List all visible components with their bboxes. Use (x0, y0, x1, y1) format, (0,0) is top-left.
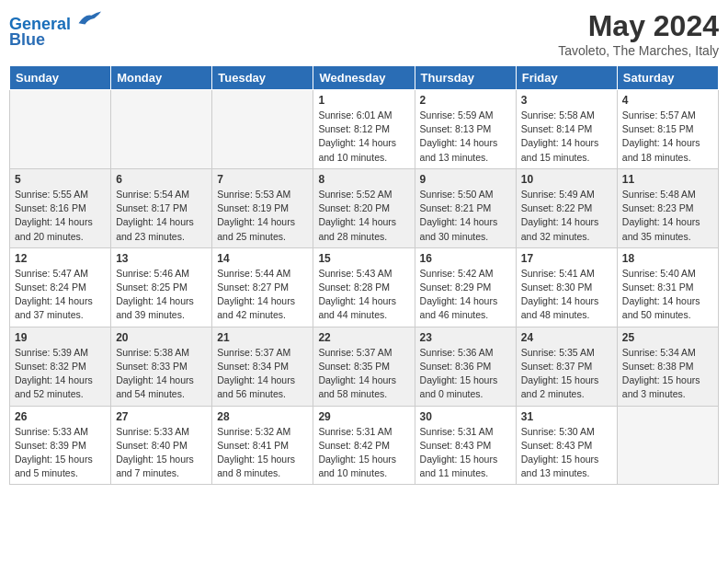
calendar-cell: 5Sunrise: 5:55 AMSunset: 8:16 PMDaylight… (10, 168, 111, 247)
sunset-text: Sunset: 8:17 PM (116, 201, 207, 215)
sunset-text: Sunset: 8:31 PM (622, 281, 713, 294)
day-info: Sunrise: 5:58 AMSunset: 8:14 PMDaylight:… (521, 109, 612, 165)
sunrise-text: Sunrise: 5:52 AM (318, 188, 409, 201)
sunrise-text: Sunrise: 5:30 AM (521, 425, 612, 439)
day-info: Sunrise: 5:31 AMSunset: 8:42 PMDaylight:… (318, 425, 409, 481)
weekday-header-tuesday: Tuesday (212, 66, 313, 90)
day-number: 21 (217, 331, 308, 344)
daylight-text: Daylight: 14 hours and 52 minutes. (15, 373, 106, 401)
day-number: 19 (15, 331, 106, 344)
daylight-text: Daylight: 14 hours and 35 minutes. (622, 215, 713, 243)
sunrise-text: Sunrise: 5:40 AM (622, 267, 713, 281)
daylight-text: Daylight: 14 hours and 44 minutes. (318, 294, 409, 322)
sunset-text: Sunset: 8:43 PM (521, 439, 612, 453)
sunset-text: Sunset: 8:13 PM (420, 122, 511, 136)
sunrise-text: Sunrise: 5:32 AM (217, 425, 308, 439)
day-number: 16 (420, 252, 511, 265)
day-number: 1 (318, 94, 409, 107)
calendar-cell: 24Sunrise: 5:35 AMSunset: 8:37 PMDayligh… (516, 327, 617, 406)
month-title: May 2024 (558, 9, 719, 43)
calendar-cell: 9Sunrise: 5:50 AMSunset: 8:21 PMDaylight… (415, 168, 516, 247)
daylight-text: Daylight: 14 hours and 32 minutes. (521, 215, 612, 243)
sunrise-text: Sunrise: 5:48 AM (622, 188, 713, 201)
sunrise-text: Sunrise: 6:01 AM (318, 109, 409, 122)
day-info: Sunrise: 5:42 AMSunset: 8:29 PMDaylight:… (420, 267, 511, 323)
day-number: 14 (217, 252, 308, 265)
weekday-header-thursday: Thursday (415, 66, 516, 90)
day-number: 29 (318, 410, 409, 423)
daylight-text: Daylight: 15 hours and 11 minutes. (420, 453, 511, 480)
daylight-text: Daylight: 14 hours and 37 minutes. (15, 294, 106, 322)
day-number: 6 (116, 173, 207, 186)
sunset-text: Sunset: 8:28 PM (318, 281, 409, 294)
day-info: Sunrise: 5:37 AMSunset: 8:34 PMDaylight:… (217, 346, 308, 402)
calendar-cell: 20Sunrise: 5:38 AMSunset: 8:33 PMDayligh… (111, 327, 212, 406)
sunrise-text: Sunrise: 5:50 AM (420, 188, 511, 201)
day-info: Sunrise: 5:39 AMSunset: 8:32 PMDaylight:… (15, 346, 106, 402)
daylight-text: Daylight: 14 hours and 50 minutes. (622, 294, 713, 322)
sunrise-text: Sunrise: 5:33 AM (116, 425, 207, 439)
sunset-text: Sunset: 8:14 PM (521, 122, 612, 136)
logo: General Blue (9, 9, 101, 50)
page-header: General Blue May 2024 Tavoleto, The Marc… (9, 9, 719, 58)
daylight-text: Daylight: 14 hours and 15 minutes. (521, 136, 612, 164)
calendar-cell: 6Sunrise: 5:54 AMSunset: 8:17 PMDaylight… (111, 168, 212, 247)
day-number: 26 (15, 410, 106, 423)
day-info: Sunrise: 5:52 AMSunset: 8:20 PMDaylight:… (318, 188, 409, 244)
daylight-text: Daylight: 14 hours and 48 minutes. (521, 294, 612, 322)
sunrise-text: Sunrise: 5:31 AM (420, 425, 511, 439)
sunrise-text: Sunrise: 5:47 AM (15, 267, 106, 281)
calendar-cell: 22Sunrise: 5:37 AMSunset: 8:35 PMDayligh… (313, 327, 415, 406)
calendar-week-row: 19Sunrise: 5:39 AMSunset: 8:32 PMDayligh… (10, 327, 719, 406)
daylight-text: Daylight: 14 hours and 13 minutes. (420, 136, 511, 164)
daylight-text: Daylight: 15 hours and 0 minutes. (420, 373, 511, 401)
calendar-cell: 13Sunrise: 5:46 AMSunset: 8:25 PMDayligh… (111, 247, 212, 327)
sunset-text: Sunset: 8:21 PM (420, 201, 511, 215)
calendar-cell: 18Sunrise: 5:40 AMSunset: 8:31 PMDayligh… (617, 247, 718, 327)
calendar-cell: 2Sunrise: 5:59 AMSunset: 8:13 PMDaylight… (415, 90, 516, 169)
day-number: 28 (217, 410, 308, 423)
calendar-cell: 27Sunrise: 5:33 AMSunset: 8:40 PMDayligh… (111, 406, 212, 485)
calendar-cell: 30Sunrise: 5:31 AMSunset: 8:43 PMDayligh… (415, 406, 516, 485)
sunrise-text: Sunrise: 5:36 AM (420, 346, 511, 360)
day-info: Sunrise: 5:32 AMSunset: 8:41 PMDaylight:… (217, 425, 308, 481)
day-number: 8 (318, 173, 409, 186)
day-info: Sunrise: 5:37 AMSunset: 8:35 PMDaylight:… (318, 346, 409, 402)
location-title: Tavoleto, The Marches, Italy (558, 43, 719, 58)
sunset-text: Sunset: 8:40 PM (116, 439, 207, 453)
sunset-text: Sunset: 8:38 PM (622, 360, 713, 373)
sunrise-text: Sunrise: 5:37 AM (217, 346, 308, 360)
sunset-text: Sunset: 8:19 PM (217, 201, 308, 215)
sunset-text: Sunset: 8:20 PM (318, 201, 409, 215)
day-number: 24 (521, 331, 612, 344)
sunrise-text: Sunrise: 5:35 AM (521, 346, 612, 360)
sunset-text: Sunset: 8:33 PM (116, 360, 207, 373)
calendar-cell: 14Sunrise: 5:44 AMSunset: 8:27 PMDayligh… (212, 247, 313, 327)
calendar-cell: 11Sunrise: 5:48 AMSunset: 8:23 PMDayligh… (617, 168, 718, 247)
sunset-text: Sunset: 8:43 PM (420, 439, 511, 453)
sunrise-text: Sunrise: 5:58 AM (521, 109, 612, 122)
weekday-header-monday: Monday (111, 66, 212, 90)
weekday-header-saturday: Saturday (617, 66, 718, 90)
calendar-cell: 28Sunrise: 5:32 AMSunset: 8:41 PMDayligh… (212, 406, 313, 485)
sunrise-text: Sunrise: 5:46 AM (116, 267, 207, 281)
daylight-text: Daylight: 15 hours and 5 minutes. (15, 453, 106, 480)
day-number: 27 (116, 410, 207, 423)
day-number: 12 (15, 252, 106, 265)
weekday-header-sunday: Sunday (10, 66, 111, 90)
day-number: 2 (420, 94, 511, 107)
daylight-text: Daylight: 14 hours and 46 minutes. (420, 294, 511, 322)
sunrise-text: Sunrise: 5:39 AM (15, 346, 106, 360)
sunrise-text: Sunrise: 5:54 AM (116, 188, 207, 201)
sunset-text: Sunset: 8:41 PM (217, 439, 308, 453)
weekday-header-row: SundayMondayTuesdayWednesdayThursdayFrid… (10, 66, 719, 90)
day-number: 25 (622, 331, 713, 344)
sunrise-text: Sunrise: 5:37 AM (318, 346, 409, 360)
sunset-text: Sunset: 8:36 PM (420, 360, 511, 373)
daylight-text: Daylight: 14 hours and 42 minutes. (217, 294, 308, 322)
sunset-text: Sunset: 8:29 PM (420, 281, 511, 294)
day-info: Sunrise: 5:53 AMSunset: 8:19 PMDaylight:… (217, 188, 308, 244)
day-info: Sunrise: 5:38 AMSunset: 8:33 PMDaylight:… (116, 346, 207, 402)
daylight-text: Daylight: 14 hours and 54 minutes. (116, 373, 207, 401)
calendar-cell: 10Sunrise: 5:49 AMSunset: 8:22 PMDayligh… (516, 168, 617, 247)
